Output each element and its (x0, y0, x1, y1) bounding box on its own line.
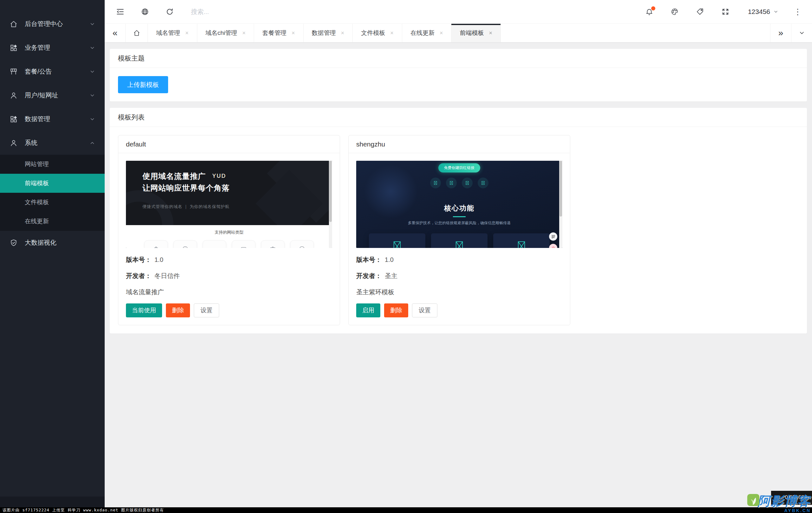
sidebar-item-admin-center[interactable]: 后台管理中心 (0, 12, 105, 36)
delete-button[interactable]: 删除 (384, 303, 408, 318)
preview-title-line2: 让网站响应世界每个角落 (142, 182, 332, 194)
preview-footer-strip: 支持的网站类型 (126, 225, 332, 248)
scrollbar-thumb[interactable] (329, 161, 332, 222)
section-title-theme: 模板主题 (110, 49, 807, 68)
sidebar-item-packages[interactable]: 套餐/公告 (0, 60, 105, 83)
preview-brand-logo: YUD (212, 170, 226, 182)
tab-bar: « 域名管理 × 域名chi管理 × 套餐管理 × 数据管理 × 文件模板 (105, 24, 812, 42)
tab-file-templates[interactable]: 文件模板 × (353, 24, 402, 42)
template-grid: default 使用域名流量推广 YUD (118, 135, 799, 325)
settings-button[interactable]: 设置 (412, 303, 437, 318)
section-title-list: 模板列表 (110, 108, 807, 127)
image-watermark-bar: 该图片由 sf71752224 上传至 科学刀 www.kxdao.net 图片… (0, 507, 812, 513)
appstore-icon (9, 115, 18, 123)
site-type-box (261, 240, 285, 248)
version-value: 1.0 (154, 256, 163, 263)
upload-new-template-button[interactable]: 上传新模板 (118, 76, 168, 93)
version-row: 版本号：1.0 (356, 255, 562, 264)
brand-watermark: 阿影博客 AYBK.CN (747, 494, 811, 513)
preview-scrollbar[interactable] (329, 161, 332, 248)
shop-icon (9, 67, 18, 76)
placeholder-glyph-icon (373, 241, 421, 248)
close-icon[interactable]: × (489, 30, 492, 36)
close-icon[interactable]: × (185, 30, 189, 36)
tabs-scroll-right-button[interactable]: » (770, 24, 791, 42)
sidebar-item-big-data-visualization[interactable]: 大数据视化 (0, 231, 105, 254)
tabs-scroll-left-button[interactable]: « (105, 24, 125, 42)
sidebar-item-business[interactable]: 业务管理 (0, 36, 105, 60)
settings-button[interactable]: 设置 (194, 303, 219, 318)
notification-bell-icon[interactable] (645, 8, 654, 16)
placeholder-glyph-icon (462, 178, 473, 188)
tab-data-management[interactable]: 数据管理 × (303, 24, 353, 42)
sidebar-item-users[interactable]: 用户/短网址 (0, 83, 105, 107)
version-label: 版本号： (126, 256, 151, 263)
sidebar-item-file-templates[interactable]: 文件模板 (0, 193, 105, 212)
template-card-body: 免费创建防红链接 核心功能 多重保护技术，让您 (349, 153, 570, 325)
scrollbar-thumb[interactable] (559, 161, 562, 216)
home-icon (9, 20, 18, 28)
tabs-dropdown-button[interactable] (791, 24, 812, 42)
sidebar-item-system[interactable]: 系统 (0, 131, 105, 155)
fullscreen-icon[interactable] (721, 8, 729, 16)
home-icon (133, 29, 141, 37)
qr-float-button[interactable] (549, 233, 557, 241)
template-card-shengzhu: shengzhu 免费创建防红链接 (348, 135, 570, 325)
template-description: 域名流量推广 (126, 288, 332, 297)
tag-icon[interactable] (696, 8, 704, 16)
enable-button[interactable]: 启用 (356, 303, 380, 318)
chevron-up-icon (89, 140, 95, 146)
sidebar-item-label: 用户/短网址 (25, 91, 58, 99)
sidebar-submenu-system: 网站管理 前端模板 文件模板 在线更新 (0, 155, 105, 231)
tab-home[interactable] (125, 24, 148, 42)
template-actions: 当前使用 删除 设置 (126, 303, 332, 318)
site-type-box (203, 240, 226, 248)
tab-label: 在线更新 (410, 29, 435, 37)
chevron-down-icon (773, 9, 778, 14)
tab-domain-chi-management[interactable]: 域名chi管理 × (197, 24, 254, 42)
search-input[interactable] (190, 8, 327, 16)
chevron-down-icon (89, 116, 95, 122)
close-icon[interactable]: × (242, 30, 246, 36)
tab-package-management[interactable]: 套餐管理 × (254, 24, 303, 42)
sidebar-item-label: 后台管理中心 (25, 20, 63, 28)
sidebar-item-site-management[interactable]: 网站管理 (0, 155, 105, 174)
developer-label: 开发者： (356, 272, 382, 279)
bag-icon (152, 245, 160, 248)
sidebar-item-label: 业务管理 (25, 43, 50, 52)
preview-scrollbar[interactable] (559, 161, 562, 248)
collapse-sidebar-icon[interactable] (116, 8, 124, 16)
close-icon[interactable]: × (341, 30, 345, 36)
sidebar-item-data[interactable]: 数据管理 (0, 107, 105, 131)
refresh-icon[interactable] (166, 8, 174, 16)
brand-name: 阿影博客 (757, 494, 811, 507)
current-in-use-button[interactable]: 当前使用 (126, 303, 162, 318)
sidebar-nav: 后台管理中心 业务管理 套餐/公告 (0, 0, 105, 254)
user-menu[interactable]: 123456 (748, 8, 778, 16)
sidebar-footer (0, 496, 105, 507)
more-menu-icon[interactable]: ⋮ (793, 8, 802, 16)
close-icon[interactable]: × (291, 30, 295, 36)
close-icon[interactable]: × (440, 30, 443, 36)
template-theme-card: 模板主题 上传新模板 (110, 49, 807, 101)
sidebar-item-online-update[interactable]: 在线更新 (0, 212, 105, 231)
floating-buttons (549, 233, 557, 248)
top-bar: 123456 ⋮ (105, 0, 812, 24)
sidebar-item-frontend-templates[interactable]: 前端模板 (0, 174, 105, 193)
globe-icon[interactable] (141, 8, 149, 16)
top-bar-right: 123456 ⋮ (628, 8, 802, 16)
sidebar-item-label: 数据管理 (25, 115, 50, 123)
theme-card-body: 上传新模板 (110, 68, 807, 101)
list-card-body: default 使用域名流量推广 YUD (110, 127, 807, 334)
chevron-down-icon (89, 45, 95, 51)
tab-frontend-templates-active[interactable]: 前端模板 × (452, 24, 501, 42)
close-icon[interactable]: × (390, 30, 394, 36)
tab-online-update[interactable]: 在线更新 × (402, 24, 452, 42)
delete-button[interactable]: 删除 (166, 303, 190, 318)
theme-palette-icon[interactable] (670, 8, 679, 16)
tab-domain-management[interactable]: 域名管理 × (148, 24, 197, 42)
template-card-default: default 使用域名流量推广 YUD (118, 135, 340, 325)
red-float-button[interactable] (549, 244, 557, 248)
template-list-card: 模板列表 default (110, 108, 807, 334)
chevron-down-icon (89, 21, 95, 27)
